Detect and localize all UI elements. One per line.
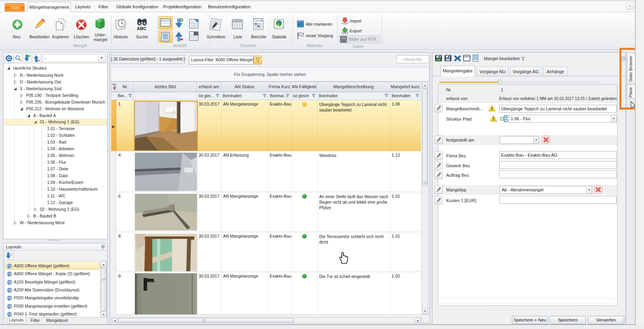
svg-text:ABC: ABC [137, 26, 146, 31]
